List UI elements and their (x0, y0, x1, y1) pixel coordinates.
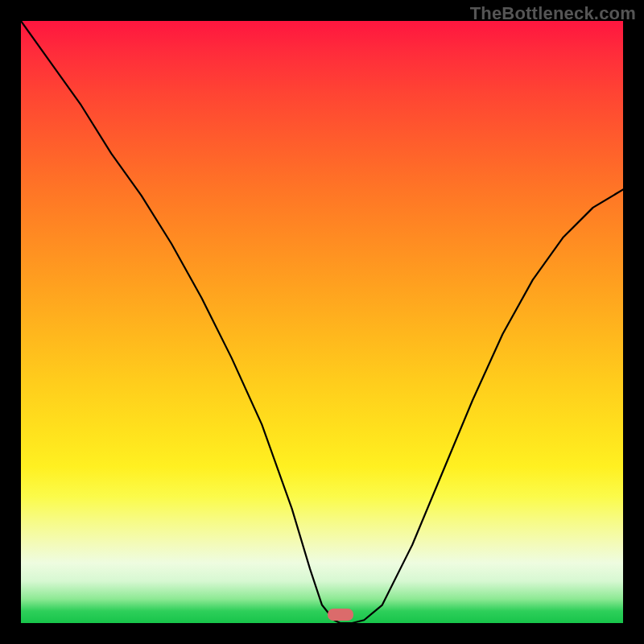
vertex-marker (328, 609, 353, 621)
bottleneck-curve (21, 21, 623, 623)
plot-area (21, 21, 623, 623)
watermark-text: TheBottleneck.com (470, 3, 636, 24)
chart-frame: TheBottleneck.com (0, 0, 644, 644)
